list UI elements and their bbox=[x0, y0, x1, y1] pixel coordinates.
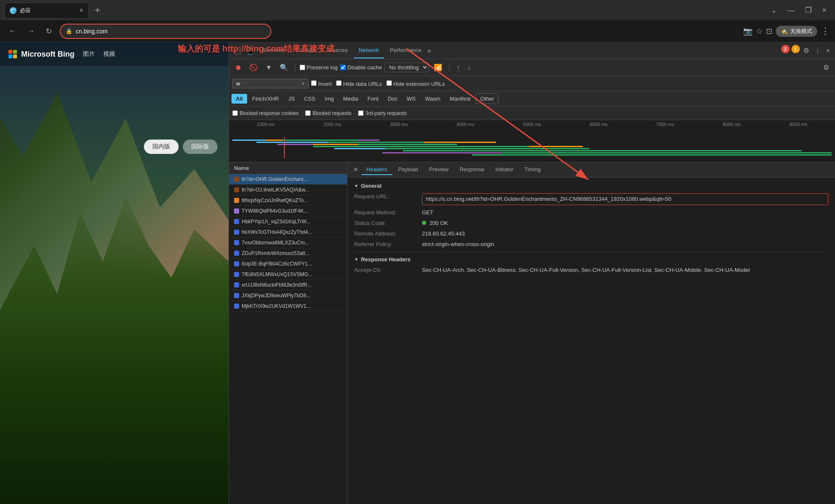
clear-button[interactable]: 🚫 bbox=[247, 62, 260, 73]
third-party-checkbox[interactable] bbox=[358, 110, 364, 116]
rt-tab-js[interactable]: JS bbox=[284, 94, 299, 104]
bing-nav-video[interactable]: 视频 bbox=[103, 50, 115, 58]
rt-tab-wasm[interactable]: Wasm bbox=[421, 94, 444, 104]
table-row-2[interactable]: tlifxqsNyCzxIJnRwtQKuZTo... bbox=[229, 195, 347, 206]
devtools-settings-button[interactable]: ⚙ bbox=[802, 45, 811, 56]
filter-button[interactable]: ▼ bbox=[263, 62, 275, 73]
active-tab[interactable]: 🔍 必应 × bbox=[4, 3, 89, 18]
invert-label[interactable]: Invert bbox=[311, 80, 332, 87]
browser-toolbar: ← → ↻ 🔒 cn.bing.com 📷 ☆ ⊡ 🕵️ 无痕模式 ⋮ bbox=[0, 20, 835, 42]
devtools-settings-btn2[interactable]: ⚙ bbox=[821, 62, 832, 73]
tab-console[interactable]: Console bbox=[291, 43, 322, 58]
address-bar[interactable]: 🔒 cn.bing.com bbox=[60, 24, 271, 39]
refresh-button[interactable]: ↻ bbox=[42, 25, 55, 38]
table-row-11[interactable]: JXkjDPywJD9oeuWPly7bD8... bbox=[229, 290, 347, 301]
hide-data-urls-label[interactable]: Hide data URLs bbox=[336, 80, 382, 87]
rt-tab-all[interactable]: All bbox=[231, 94, 247, 104]
new-tab-button[interactable]: + bbox=[91, 3, 104, 17]
status-code-value: 200 OK bbox=[422, 220, 828, 226]
req-name-0: th?id=OHR.GoldenEnchant... bbox=[242, 176, 342, 182]
hide-data-urls-checkbox[interactable] bbox=[336, 80, 342, 86]
rt-tab-font[interactable]: Font bbox=[363, 94, 383, 104]
table-row-4[interactable]: HbkPYqcLh_xqZSd1KqLTrW... bbox=[229, 216, 347, 227]
tab-network[interactable]: Network bbox=[354, 43, 384, 58]
blocked-cookies-checkbox[interactable] bbox=[232, 110, 238, 116]
rt-tab-manifest[interactable]: Manifest bbox=[446, 94, 475, 104]
dtab-initiator[interactable]: Initiator bbox=[490, 164, 518, 175]
request-method-row: Request Method: GET bbox=[354, 209, 828, 216]
disable-cache-checkbox[interactable] bbox=[340, 65, 346, 70]
menu-button[interactable]: ⋮ bbox=[821, 26, 830, 37]
devtools-inspect-button[interactable]: ⬚ bbox=[232, 44, 243, 57]
blocked-requests-label[interactable]: Blocked requests bbox=[305, 110, 351, 116]
download-button[interactable]: ↓ bbox=[465, 62, 473, 73]
tab-elements[interactable]: Elements bbox=[257, 43, 290, 58]
dtab-headers[interactable]: Headers bbox=[361, 164, 392, 175]
rt-tab-css[interactable]: CSS bbox=[300, 94, 320, 104]
restore-button[interactable]: ❐ bbox=[801, 4, 816, 16]
back-button[interactable]: ← bbox=[5, 25, 19, 37]
dtab-timing[interactable]: Timing bbox=[519, 164, 546, 175]
filter-bar: w × Invert Hide data URLs Hide extension… bbox=[229, 76, 835, 91]
close-button[interactable]: × bbox=[818, 4, 831, 16]
table-row-0[interactable]: th?id=OHR.GoldenEnchant... bbox=[229, 174, 347, 185]
devtools-responsive-button[interactable]: 📱 bbox=[244, 44, 256, 57]
disable-cache-label[interactable]: Disable cache bbox=[340, 64, 382, 71]
table-row-10[interactable]: xrUJJ8sN8ucbiFbMJle3n0IfR... bbox=[229, 280, 347, 290]
rt-tab-img[interactable]: Img bbox=[320, 94, 338, 104]
tab-close-button[interactable]: × bbox=[80, 7, 83, 14]
tab-sources[interactable]: Sources bbox=[322, 43, 353, 58]
req-icon-2 bbox=[234, 198, 239, 203]
table-row-7[interactable]: ZDuP1RxmlvW4zmuvz53att... bbox=[229, 248, 347, 259]
titlebar-chevron-button[interactable]: ⌄ bbox=[766, 4, 781, 16]
bing-logo: Microsoft Bing bbox=[8, 50, 74, 59]
invert-checkbox[interactable] bbox=[311, 80, 317, 86]
intl-version-tab[interactable]: 国际版 bbox=[183, 140, 218, 154]
general-section-header[interactable]: ▼ General bbox=[354, 183, 828, 189]
dtab-preview[interactable]: Preview bbox=[424, 164, 454, 175]
tab-performance[interactable]: Performance bbox=[385, 43, 426, 58]
upload-button[interactable]: ↑ bbox=[454, 62, 462, 73]
table-row-12[interactable]: MjkKTrIX9w2UKVd1W1WV1... bbox=[229, 301, 347, 312]
table-row-6[interactable]: 7vxvObbxmwa6MLXZ3uCm... bbox=[229, 238, 347, 248]
preserve-log-label[interactable]: Preserve log bbox=[300, 64, 338, 71]
third-party-label[interactable]: 3rd-party requests bbox=[358, 110, 406, 116]
table-row-1[interactable]: th?id=OJ.ilrwILiKV5AQIA&w... bbox=[229, 185, 347, 195]
preserve-log-checkbox[interactable] bbox=[300, 65, 305, 70]
filter-clear-btn[interactable]: × bbox=[301, 80, 305, 87]
table-row-8[interactable]: 6slp3E-BqFf904Cz6cCWPY1... bbox=[229, 259, 347, 269]
table-row-9[interactable]: 7fEdNSXLMWxUxQ1SVSMG... bbox=[229, 269, 347, 280]
search-button[interactable]: 🔍 bbox=[277, 62, 291, 73]
status-code-row: Status Code: 200 OK bbox=[354, 220, 828, 226]
tabs-more-button[interactable]: » bbox=[427, 47, 431, 55]
hide-extension-urls-checkbox[interactable] bbox=[386, 80, 392, 86]
camera-button[interactable]: 📷 bbox=[743, 27, 752, 36]
table-row-3[interactable]: TYW86QldPfi4vG3ud1fF4K... bbox=[229, 206, 347, 216]
split-view-button[interactable]: ⊡ bbox=[766, 27, 772, 36]
rt-tab-media[interactable]: Media bbox=[339, 94, 362, 104]
dtab-response[interactable]: Response bbox=[455, 164, 490, 175]
forward-button[interactable]: → bbox=[24, 25, 38, 37]
bing-nav-images[interactable]: 图片 bbox=[83, 50, 95, 58]
domestic-version-tab[interactable]: 国内版 bbox=[144, 140, 179, 154]
devtools-close-button[interactable]: × bbox=[824, 45, 832, 56]
blocked-requests-checkbox[interactable] bbox=[305, 110, 311, 116]
rt-tab-ws[interactable]: WS bbox=[402, 94, 420, 104]
table-row-5[interactable]: hkXWsTcGTHs44QxzZyThd4... bbox=[229, 227, 347, 238]
hide-extension-urls-label[interactable]: Hide extension URLs bbox=[386, 80, 445, 87]
throttle-select[interactable]: No throttling Fast 3G Slow 3G bbox=[384, 63, 429, 72]
online-icon-button[interactable]: 📶 bbox=[431, 62, 445, 73]
rt-tab-doc[interactable]: Doc bbox=[383, 94, 402, 104]
filter-input[interactable]: w × bbox=[232, 79, 309, 88]
details-close-button[interactable]: × bbox=[351, 164, 361, 175]
rt-tab-other[interactable]: Other bbox=[476, 93, 499, 104]
minimize-button[interactable]: — bbox=[783, 4, 799, 16]
record-stop-button[interactable]: ⏺ bbox=[232, 62, 244, 73]
response-headers-section-header[interactable]: ▼ Response Headers bbox=[354, 256, 828, 263]
devtools-more-button[interactable]: ⋮ bbox=[813, 45, 823, 56]
favorites-button[interactable]: ☆ bbox=[756, 27, 763, 36]
dtab-payload[interactable]: Payload bbox=[393, 164, 423, 175]
referrer-policy-value: strict-origin-when-cross-origin bbox=[422, 241, 828, 247]
rt-tab-fetch[interactable]: Fetch/XHR bbox=[248, 94, 284, 104]
blocked-cookies-label[interactable]: Blocked response cookies bbox=[232, 110, 298, 116]
